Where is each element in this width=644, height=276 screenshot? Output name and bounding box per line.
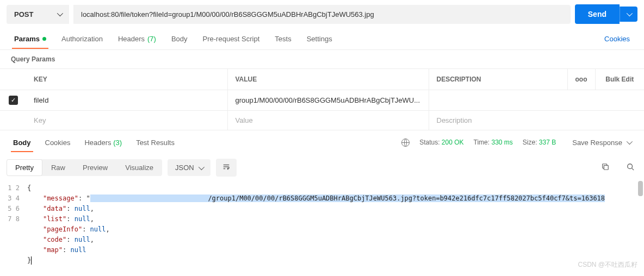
format-select[interactable]: JSON <box>168 159 210 176</box>
checkbox-header <box>0 69 26 90</box>
tab-label: Body <box>13 139 31 147</box>
chevron-down-icon <box>198 164 204 170</box>
globe-icon[interactable] <box>401 139 410 147</box>
link-label: Save Response <box>572 139 622 147</box>
row-checkbox-cell[interactable]: ✓ <box>0 90 26 111</box>
tab-prerequest[interactable]: Pre-request Script <box>195 29 268 48</box>
response-tools <box>598 160 637 175</box>
copy-icon <box>602 163 609 171</box>
tab-label: Cookies <box>45 139 71 147</box>
response-body-editor[interactable]: 1 2 3 4 5 6 7 8 { "message": " /group1/M… <box>0 181 644 268</box>
svg-point-1 <box>628 164 633 169</box>
method-label: POST <box>14 10 33 18</box>
row-checkbox-cell[interactable] <box>0 111 26 130</box>
tab-label: Body <box>171 35 188 43</box>
send-button[interactable]: Send <box>575 4 620 24</box>
view-mode-raw[interactable]: Raw <box>42 159 74 176</box>
view-mode-preview[interactable]: Preview <box>74 159 116 176</box>
view-mode-pretty[interactable]: Pretty <box>7 159 42 176</box>
chevron-down-icon <box>627 10 633 16</box>
request-tabs: Params Authorization Headers (7) Body Pr… <box>0 28 644 50</box>
key-cell[interactable]: fileId <box>26 90 227 111</box>
description-cell[interactable] <box>429 90 644 111</box>
dot-indicator-icon <box>42 37 46 41</box>
response-tabs: Body Cookies Headers (3) Test Results St… <box>0 130 644 154</box>
send-button-group: Send <box>575 4 637 24</box>
line-gutter: 1 2 3 4 5 6 7 8 <box>0 183 27 266</box>
query-params-table: KEY VALUE DESCRIPTION ooo Bulk Edit ✓ fi… <box>0 68 644 130</box>
response-meta: Status: 200 OK Time: 330 ms Size: 337 B <box>401 139 556 147</box>
svg-rect-0 <box>604 165 608 170</box>
tab-label: Authorization <box>61 35 103 43</box>
watermark: CSDN @不吐西瓜籽 <box>578 260 637 268</box>
response-toolbar: Pretty Raw Preview Visualize JSON <box>0 154 644 181</box>
tab-label: Headers <box>118 35 145 43</box>
tab-count: (3) <box>113 139 122 147</box>
status-value: 200 OK <box>442 139 464 146</box>
bulk-edit-button[interactable]: Bulk Edit <box>595 69 644 90</box>
status-block: Status: 200 OK <box>419 139 463 146</box>
time-value: 330 ms <box>491 139 512 146</box>
value-header: VALUE <box>227 69 429 90</box>
tab-label: Test Results <box>136 139 175 147</box>
tab-label: Headers <box>84 139 111 147</box>
resp-tab-headers[interactable]: Headers (3) <box>78 133 128 152</box>
key-cell-placeholder[interactable]: Key <box>26 111 227 130</box>
highlighted-url: /group1/M00/00/00/rB6S8GGGM5uADBHrABgCbj… <box>90 195 605 202</box>
code-content: { "message": " /group1/M00/00/00/rB6S8GG… <box>27 183 644 266</box>
value-cell-placeholder[interactable]: Value <box>227 111 429 130</box>
method-select[interactable]: POST <box>7 5 69 24</box>
checkmark-icon: ✓ <box>9 96 18 105</box>
description-cell-placeholder[interactable]: Description <box>429 111 644 130</box>
view-mode-visualize[interactable]: Visualize <box>116 159 162 176</box>
tab-headers[interactable]: Headers (7) <box>110 29 164 48</box>
search-icon <box>627 163 634 171</box>
send-options-button[interactable] <box>620 7 637 22</box>
save-response-button[interactable]: Save Response <box>566 133 637 152</box>
chevron-down-icon <box>57 10 63 16</box>
resp-tab-cookies[interactable]: Cookies <box>39 133 77 152</box>
resp-tab-tests[interactable]: Test Results <box>129 133 181 152</box>
view-mode-group: Pretty Raw Preview Visualize <box>7 159 162 176</box>
scrollbar-thumb[interactable] <box>638 181 643 196</box>
more-options[interactable]: ooo <box>567 69 595 90</box>
request-bar: POST Send <box>0 0 644 28</box>
tab-label: Params <box>14 35 40 43</box>
wrap-icon <box>222 163 230 171</box>
time-block: Time: 330 ms <box>474 139 513 146</box>
value-cell[interactable]: group1/M00/00/00/rB6S8GGGM5uADBHrABgCbjT… <box>227 90 429 111</box>
copy-button[interactable] <box>598 160 612 175</box>
table-row: ✓ fileId group1/M00/00/00/rB6S8GGGM5uADB… <box>0 90 644 111</box>
search-button[interactable] <box>623 160 637 175</box>
tab-label: Settings <box>307 35 332 43</box>
tab-tests[interactable]: Tests <box>267 29 299 48</box>
text-cursor <box>31 256 32 265</box>
tab-params[interactable]: Params <box>7 29 54 48</box>
tab-settings[interactable]: Settings <box>299 29 340 48</box>
size-block: Size: 337 B <box>523 139 556 146</box>
key-header: KEY <box>26 69 227 90</box>
format-label: JSON <box>175 164 194 172</box>
line-wrap-button[interactable] <box>216 159 237 177</box>
tab-authorization[interactable]: Authorization <box>54 29 110 48</box>
tab-count: (7) <box>147 35 156 43</box>
chevron-down-icon <box>627 139 633 145</box>
size-value: 337 B <box>539 139 556 146</box>
resp-tab-body[interactable]: Body <box>7 133 38 152</box>
query-params-title: Query Params <box>0 50 644 68</box>
description-header: DESCRIPTION <box>429 69 567 90</box>
tab-label: Tests <box>275 35 291 43</box>
link-label: Cookies <box>604 35 630 43</box>
tab-body[interactable]: Body <box>164 29 195 48</box>
url-input[interactable] <box>73 5 571 24</box>
tab-label: Pre-request Script <box>203 35 260 43</box>
cookies-link[interactable]: Cookies <box>597 29 637 48</box>
table-row-new: Key Value Description <box>0 111 644 130</box>
